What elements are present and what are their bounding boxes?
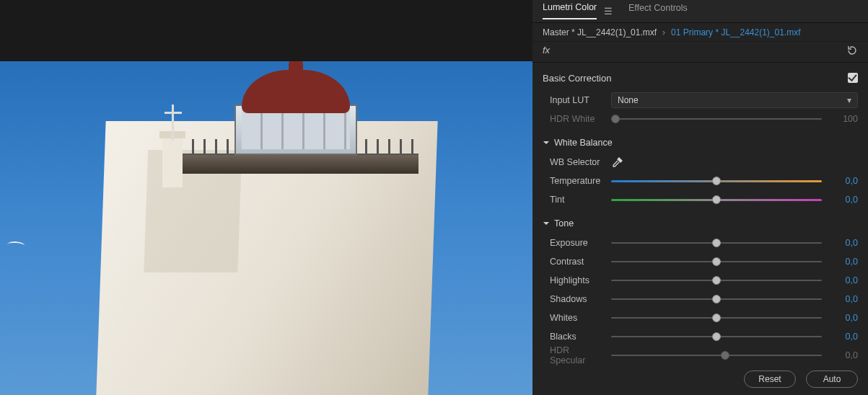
blacks-value[interactable]: 0,0 [829, 332, 858, 342]
hdrwhite-value: 100 [829, 114, 858, 124]
inputlut-label: Input LUT [543, 95, 604, 105]
inputlut-dropdown[interactable]: None ▾ [611, 92, 858, 108]
tint-label: Tint [543, 195, 604, 205]
basic-correction-toggle[interactable] [848, 73, 858, 83]
exposure-slider[interactable] [611, 236, 822, 249]
hdrspecular-value: 0,0 [829, 350, 858, 360]
hdrspecular-slider [611, 349, 822, 362]
group-tone[interactable]: Tone [543, 213, 858, 234]
panel-tabs: Lumetri Color ☰ Effect Controls [532, 0, 868, 23]
temperature-label: Temperature [543, 176, 604, 186]
disclosure-down-icon [543, 220, 550, 227]
section-basic-correction[interactable]: Basic Correction [543, 73, 611, 84]
tint-value[interactable]: 0,0 [829, 195, 858, 205]
whites-slider[interactable] [611, 311, 822, 324]
contrast-value[interactable]: 0,0 [829, 257, 858, 267]
breadcrumb-master[interactable]: Master * JL__2442(1)_01.mxf [543, 27, 657, 37]
chevron-right-icon: › [662, 27, 665, 37]
shadows-label: Shadows [543, 294, 604, 304]
lumetri-panel: Lumetri Color ☰ Effect Controls Master *… [532, 0, 868, 395]
whites-label: Whites [543, 313, 604, 323]
tab-lumetri-color[interactable]: Lumetri Color [543, 2, 597, 19]
highlights-value[interactable]: 0,0 [829, 275, 858, 285]
hdrwhite-slider [611, 112, 822, 125]
hdrwhite-label: HDR White [543, 114, 604, 124]
blacks-label: Blacks [543, 332, 604, 342]
group-white-balance[interactable]: White Balance [543, 133, 858, 153]
highlights-slider[interactable] [611, 274, 822, 287]
blacks-slider[interactable] [611, 330, 822, 343]
auto-button[interactable]: Auto [806, 370, 858, 388]
shadows-value[interactable]: 0,0 [829, 294, 858, 304]
contrast-slider[interactable] [611, 255, 822, 268]
program-monitor [0, 0, 532, 395]
hdrspecular-label: HDR Specular [543, 345, 604, 365]
reset-effect-icon[interactable] [846, 45, 858, 56]
preview-letterbox [0, 0, 532, 61]
highlights-label: Highlights [543, 275, 604, 285]
shadows-slider[interactable] [611, 293, 822, 306]
preview-image [0, 61, 532, 395]
reset-button[interactable]: Reset [744, 370, 796, 388]
tab-effect-controls[interactable]: Effect Controls [628, 3, 688, 19]
fx-badge[interactable]: fx [543, 45, 550, 56]
tint-slider[interactable] [611, 193, 822, 206]
wbselector-label: WB Selector [543, 157, 604, 167]
disclosure-down-icon [543, 139, 550, 146]
exposure-value[interactable]: 0,0 [829, 238, 858, 248]
contrast-label: Contrast [543, 257, 604, 267]
eyedropper-icon[interactable] [611, 156, 624, 169]
clip-breadcrumb: Master * JL__2442(1)_01.mxf › 01 Primary… [532, 23, 868, 42]
chevron-down-icon: ▾ [847, 95, 851, 105]
exposure-label: Exposure [543, 238, 604, 248]
whites-value[interactable]: 0,0 [829, 313, 858, 323]
temperature-slider[interactable] [611, 174, 822, 187]
inputlut-value: None [618, 95, 639, 105]
panel-menu-icon[interactable]: ☰ [604, 6, 613, 17]
temperature-value[interactable]: 0,0 [829, 176, 858, 186]
breadcrumb-clip[interactable]: 01 Primary * JL__2442(1)_01.mxf [671, 27, 800, 37]
